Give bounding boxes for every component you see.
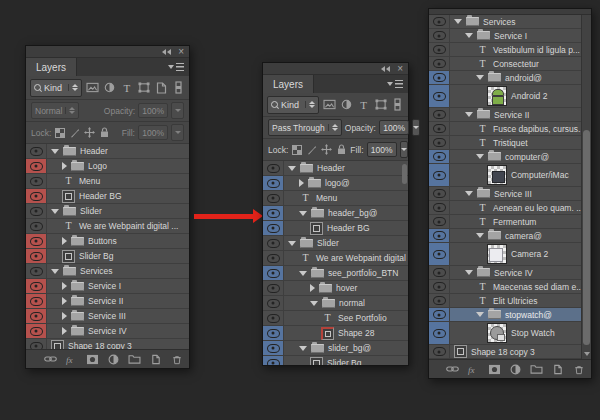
filter-adjustment-layers-icon[interactable] xyxy=(340,98,353,111)
layer-row[interactable]: Service I xyxy=(429,29,582,43)
filter-shape-layers-icon[interactable] xyxy=(374,98,387,111)
layer-row[interactable]: We are Webpaint digital ... xyxy=(263,251,408,266)
visibility-toggle[interactable] xyxy=(429,43,450,56)
visibility-toggle[interactable] xyxy=(429,201,450,214)
collapse-caret-icon[interactable] xyxy=(465,191,473,196)
layer-row[interactable]: computer@ xyxy=(429,150,582,164)
visibility-toggle[interactable] xyxy=(429,243,450,265)
layer-row[interactable]: Camera 2 xyxy=(429,243,582,266)
visibility-toggle[interactable] xyxy=(263,326,284,340)
new-layer-icon[interactable] xyxy=(551,363,564,375)
filter-pixel-layers-icon[interactable] xyxy=(86,81,99,94)
visibility-toggle[interactable] xyxy=(26,264,47,278)
layer-row[interactable]: Stop Watch xyxy=(429,322,582,345)
visibility-toggle[interactable] xyxy=(26,294,47,308)
layer-row[interactable]: Service II xyxy=(429,108,582,122)
layer-row[interactable]: Service III xyxy=(26,309,189,324)
collapse-caret-icon[interactable] xyxy=(299,211,307,216)
visibility-toggle[interactable] xyxy=(26,219,47,233)
layer-row[interactable]: Logo xyxy=(26,159,189,174)
layer-row[interactable]: Aenean eu leo quam. ... xyxy=(429,201,582,215)
layer-row[interactable]: slider_bg@ xyxy=(263,341,408,356)
lock-all-icon[interactable] xyxy=(99,127,110,138)
layer-row[interactable]: Service I xyxy=(26,279,189,294)
expand-caret-icon[interactable] xyxy=(62,312,67,320)
collapse-caret-icon[interactable] xyxy=(51,149,59,154)
layer-row[interactable]: Consectetur xyxy=(429,57,582,71)
adjustment-icon[interactable] xyxy=(107,353,120,365)
fx-icon[interactable]: fx xyxy=(65,353,78,365)
visibility-toggle[interactable] xyxy=(429,122,450,135)
layer-row[interactable]: Header xyxy=(26,144,189,159)
layer-row[interactable]: Slider Bg xyxy=(26,249,189,264)
fill-value[interactable]: 100% xyxy=(367,142,397,157)
scrollbar[interactable] xyxy=(581,15,591,359)
mask-icon[interactable] xyxy=(488,363,501,375)
visibility-toggle[interactable] xyxy=(263,161,284,175)
visibility-toggle[interactable] xyxy=(26,159,47,173)
visibility-toggle[interactable] xyxy=(26,174,47,188)
filter-shape-layers-icon[interactable] xyxy=(137,81,150,94)
collapse-panels-icon[interactable] xyxy=(381,66,391,72)
visibility-toggle[interactable] xyxy=(263,341,284,355)
lock-all-icon[interactable] xyxy=(336,144,347,155)
fill-dropdown-icon[interactable] xyxy=(171,124,184,141)
panel-menu-icon[interactable] xyxy=(163,58,189,76)
visibility-toggle[interactable] xyxy=(26,324,47,338)
stopwatch-thumbnail[interactable] xyxy=(487,323,507,343)
filter-kind-dropdown[interactable]: Kind xyxy=(30,79,82,97)
lock-pixels-icon[interactable] xyxy=(69,127,80,138)
tab-layers[interactable]: Layers xyxy=(263,75,314,93)
collapse-caret-icon[interactable] xyxy=(476,312,484,317)
collapse-caret-icon[interactable] xyxy=(299,346,307,351)
lock-position-icon[interactable] xyxy=(321,144,332,155)
visibility-toggle[interactable] xyxy=(263,266,284,280)
shape-thumbnail[interactable] xyxy=(310,357,323,366)
adjustment-icon[interactable] xyxy=(509,363,522,375)
visibility-toggle[interactable] xyxy=(263,281,284,295)
visibility-toggle[interactable] xyxy=(263,356,284,365)
fx-icon[interactable]: fx xyxy=(467,363,480,375)
layer-row[interactable]: Maecenas sed diam e... xyxy=(429,280,582,294)
lock-transparency-icon[interactable] xyxy=(54,127,65,138)
layer-row[interactable]: Vestibulum id ligula p... xyxy=(429,43,582,57)
layer-row[interactable]: android@ xyxy=(429,71,582,85)
close-panel-icon[interactable] xyxy=(397,65,403,73)
collapse-panels-icon[interactable] xyxy=(162,49,172,55)
layer-row[interactable]: camera@ xyxy=(429,229,582,243)
visibility-toggle[interactable] xyxy=(429,280,450,293)
tab-layers[interactable]: Layers xyxy=(26,58,77,76)
visibility-toggle[interactable] xyxy=(263,206,284,220)
collapse-caret-icon[interactable] xyxy=(465,270,473,275)
layer-row[interactable]: Slider Bg xyxy=(263,356,408,365)
visibility-toggle[interactable] xyxy=(263,251,284,265)
layer-row[interactable]: Services xyxy=(429,15,582,29)
layer-row[interactable]: Fusce dapibus, cursus... xyxy=(429,122,582,136)
visibility-toggle[interactable] xyxy=(26,144,47,158)
visibility-toggle[interactable] xyxy=(429,71,450,84)
link-icon[interactable] xyxy=(44,353,57,365)
layer-row[interactable]: logo@ xyxy=(263,176,408,191)
layer-row[interactable]: Android 2 xyxy=(429,85,582,108)
expand-caret-icon[interactable] xyxy=(62,162,67,170)
visibility-toggle[interactable] xyxy=(429,322,450,344)
layer-row[interactable]: Computer/iMac xyxy=(429,164,582,187)
visibility-toggle[interactable] xyxy=(26,339,47,349)
camera-thumbnail[interactable] xyxy=(487,244,507,264)
expand-caret-icon[interactable] xyxy=(310,284,315,292)
collapse-caret-icon[interactable] xyxy=(465,33,473,38)
lock-pixels-icon[interactable] xyxy=(306,144,317,155)
expand-caret-icon[interactable] xyxy=(62,237,67,245)
layer-row[interactable]: Header xyxy=(263,161,408,176)
visibility-toggle[interactable] xyxy=(429,294,450,307)
visibility-toggle[interactable] xyxy=(263,311,284,325)
collapse-caret-icon[interactable] xyxy=(476,75,484,80)
collapse-caret-icon[interactable] xyxy=(288,241,296,246)
blend-mode-select[interactable]: Normal xyxy=(31,102,79,119)
visibility-toggle[interactable] xyxy=(429,164,450,186)
visibility-toggle[interactable] xyxy=(263,221,284,235)
layer-row[interactable]: Fermentum xyxy=(429,215,582,229)
expand-caret-icon[interactable] xyxy=(299,179,304,187)
lock-transparency-icon[interactable] xyxy=(291,144,302,155)
computer-thumbnail[interactable] xyxy=(487,165,507,185)
